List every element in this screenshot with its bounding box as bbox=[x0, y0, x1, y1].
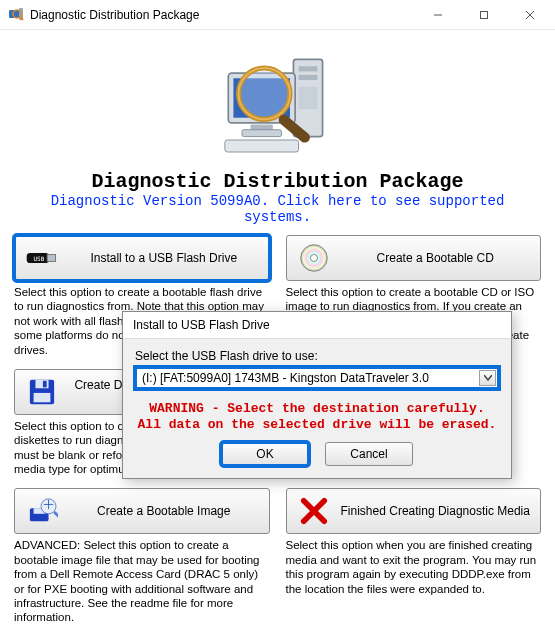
svg-rect-9 bbox=[298, 66, 317, 71]
dialog-prompt: Select the USB Flash drive to use: bbox=[135, 349, 499, 363]
finished-label: Finished Creating Diagnostic Media bbox=[341, 504, 531, 518]
svg-rect-5 bbox=[481, 11, 488, 18]
drive-select[interactable]: (I:) [FAT:5099A0] 1743MB - Kingston Data… bbox=[135, 367, 499, 389]
version-link[interactable]: Diagnostic Version 5099A0. Click here to… bbox=[14, 193, 541, 225]
finished-desc: Select this option when you are finished… bbox=[286, 538, 542, 596]
svg-text:USB: USB bbox=[34, 255, 45, 262]
svg-rect-27 bbox=[34, 393, 51, 402]
image-file-icon bbox=[25, 494, 59, 528]
cancel-button-label: Cancel bbox=[350, 447, 387, 461]
page-title: Diagnostic Distribution Package bbox=[14, 170, 541, 193]
titlebar: Diagnostic Distribution Package bbox=[0, 0, 555, 30]
ok-button-label: OK bbox=[256, 447, 273, 461]
maximize-button[interactable] bbox=[461, 0, 507, 30]
svg-rect-16 bbox=[224, 140, 298, 152]
create-cd-button[interactable]: Create a Bootable CD bbox=[286, 235, 542, 281]
create-image-button[interactable]: Create a Bootable Image bbox=[14, 488, 270, 534]
svg-rect-21 bbox=[47, 255, 56, 262]
cancel-button[interactable]: Cancel bbox=[325, 442, 413, 466]
diskette-icon bbox=[25, 375, 59, 409]
drive-select-value: (I:) [FAT:5099A0] 1743MB - Kingston Data… bbox=[142, 371, 429, 385]
svg-rect-15 bbox=[242, 130, 281, 137]
dialog-title: Install to USB Flash Drive bbox=[123, 312, 511, 339]
close-x-icon bbox=[297, 494, 331, 528]
install-usb-button[interactable]: USB Install to a USB Flash Drive bbox=[14, 235, 270, 281]
create-image-label: Create a Bootable Image bbox=[69, 504, 259, 518]
usb-drive-icon: USB bbox=[25, 241, 59, 275]
ok-button[interactable]: OK bbox=[221, 442, 309, 466]
svg-point-24 bbox=[310, 254, 317, 261]
svg-rect-10 bbox=[298, 75, 317, 80]
window-controls bbox=[415, 0, 553, 30]
finished-button[interactable]: Finished Creating Diagnostic Media bbox=[286, 488, 542, 534]
svg-rect-28 bbox=[43, 381, 47, 388]
minimize-button[interactable] bbox=[415, 0, 461, 30]
svg-rect-14 bbox=[250, 125, 272, 130]
create-image-desc: ADVANCED: Select this option to create a… bbox=[14, 538, 270, 624]
hero-illustration bbox=[14, 38, 541, 168]
install-usb-label: Install to a USB Flash Drive bbox=[69, 251, 259, 265]
close-button[interactable] bbox=[507, 0, 553, 30]
create-cd-label: Create a Bootable CD bbox=[341, 251, 531, 265]
window-title: Diagnostic Distribution Package bbox=[30, 8, 415, 22]
cd-icon bbox=[297, 241, 331, 275]
chevron-down-icon[interactable] bbox=[479, 370, 496, 386]
svg-rect-11 bbox=[298, 87, 317, 109]
usb-select-dialog: Install to USB Flash Drive Select the US… bbox=[122, 311, 512, 479]
app-icon bbox=[8, 7, 24, 23]
dialog-warning: WARNING - Select the destination careful… bbox=[135, 401, 499, 434]
